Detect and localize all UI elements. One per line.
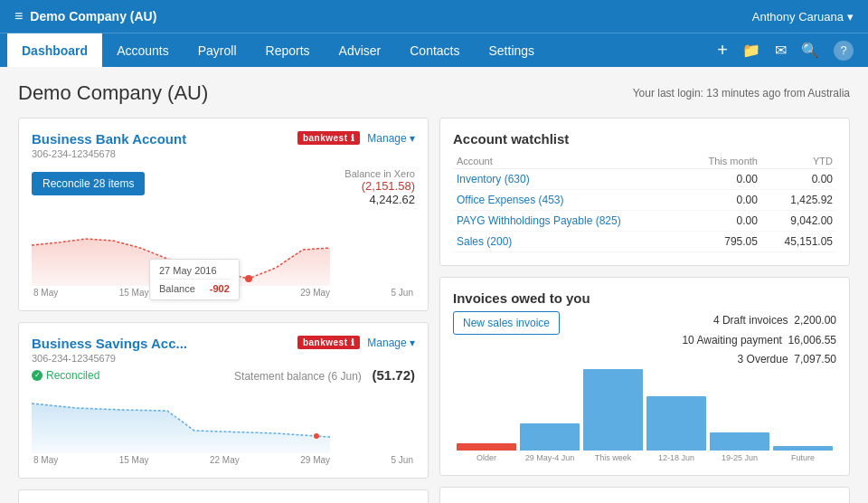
savings-bankwest-badge: bankwest ℹ	[297, 336, 360, 349]
nav-bar: Dashboard Accounts Payroll Reports Advis…	[0, 33, 868, 67]
bar	[773, 446, 833, 451]
tooltip-date: 27 May 2016	[159, 265, 230, 280]
app-title: Demo Company (AU)	[30, 9, 156, 24]
nav-item-adviser[interactable]: Adviser	[325, 33, 396, 67]
bar-group: 19-25 Jun	[710, 432, 769, 462]
watchlist-table: Account This month YTD Inventory (630) 0…	[453, 154, 836, 252]
savings-card-header: Business Savings Acc... 306-234-12345679…	[32, 336, 415, 364]
watchlist-account[interactable]: Office Expenses (453)	[453, 190, 685, 211]
tooltip-value: -902	[210, 283, 230, 294]
bar	[583, 369, 643, 451]
bank-account-number: 306-234-12345678	[32, 148, 186, 159]
bar-group: Future	[773, 446, 833, 462]
bank-card-title-area: Business Bank Account 306-234-12345678	[32, 131, 186, 159]
chart-label-2: 15 May	[119, 288, 149, 298]
manage-link[interactable]: Manage ▾	[367, 132, 415, 145]
savings-title: Business Savings Acc...	[32, 336, 187, 351]
savings-label-5: 5 Jun	[392, 455, 413, 465]
total-cash-card: Total cash in and out	[18, 489, 429, 503]
watchlist-account[interactable]: PAYG Withholdings Payable (825)	[453, 211, 685, 232]
statement-label: Statement balance (6 Jun)	[234, 370, 362, 383]
overdue-label: 3 Overdue	[738, 353, 788, 365]
awaiting-amount: 16,006.55	[788, 334, 836, 346]
help-icon[interactable]: ?	[834, 41, 854, 61]
balance-area: Balance in Xero (2,151.58) 4,242.62	[344, 165, 415, 206]
bank-card-header-right: bankwest ℹ Manage ▾	[297, 131, 415, 145]
nav-item-accounts[interactable]: Accounts	[102, 33, 184, 67]
nav-item-dashboard[interactable]: Dashboard	[7, 33, 102, 67]
svg-point-1	[245, 275, 252, 282]
watchlist-account[interactable]: Inventory (630)	[453, 169, 685, 190]
chart-tooltip: 27 May 2016 Balance -902	[149, 259, 240, 300]
statement-amount: (51.72)	[372, 367, 415, 383]
search-icon[interactable]: 🔍	[801, 42, 819, 59]
watchlist-row: Sales (200) 795.05 45,151.05	[453, 232, 836, 252]
watchlist-row: Office Expenses (453) 0.00 1,425.92	[453, 190, 836, 211]
new-invoice-button[interactable]: New sales invoice	[453, 311, 560, 335]
bar	[646, 396, 706, 451]
watchlist-card: Account watchlist Account This month YTD…	[439, 118, 850, 266]
business-bank-card: Business Bank Account 306-234-12345678 b…	[18, 118, 429, 311]
savings-manage-link[interactable]: Manage ▾	[367, 337, 415, 349]
tooltip-row: Balance -902	[159, 283, 230, 294]
reconcile-button[interactable]: Reconcile 28 items	[32, 172, 145, 195]
nav-item-contacts[interactable]: Contacts	[395, 33, 474, 67]
menu-icon[interactable]: ≡	[14, 8, 23, 24]
right-column: Account watchlist Account This month YTD…	[439, 118, 850, 503]
chart-label-4: 29 May	[300, 288, 330, 298]
tooltip-label: Balance	[159, 283, 195, 294]
chart-label-1: 8 May	[33, 288, 58, 298]
nav-left: Dashboard Accounts Payroll Reports Advis…	[7, 33, 549, 67]
balance-amount-2: 4,242.62	[344, 193, 415, 206]
user-name: Anthony Caruana	[752, 10, 844, 24]
draft-amount: 2,200.00	[794, 314, 836, 327]
nav-item-settings[interactable]: Settings	[474, 33, 549, 67]
bar-group: 29 May-4 Jun	[520, 423, 580, 462]
bank-card-title: Business Bank Account	[32, 131, 186, 147]
watchlist-col-account: Account	[453, 154, 685, 169]
watchlist-ytd: 0.00	[761, 169, 836, 190]
bank-chart-area: 27 May 2016 Balance -902	[32, 214, 415, 286]
awaiting-label: 10 Awaiting payment	[682, 334, 782, 346]
bar-label: This week	[595, 453, 632, 462]
watchlist-ytd: 45,151.05	[761, 232, 836, 252]
bar-label: Future	[791, 453, 815, 462]
user-dropdown-arrow[interactable]: ▾	[847, 10, 854, 24]
watchlist-row: Inventory (630) 0.00 0.00	[453, 169, 836, 190]
savings-balance-area: Statement balance (6 Jun) (51.72)	[234, 367, 415, 383]
invoices-card: Invoices owed to you New sales invoice 4…	[439, 277, 850, 476]
invoices-title: Invoices owed to you	[453, 290, 836, 306]
savings-chart-area	[32, 390, 415, 453]
watchlist-row: PAYG Withholdings Payable (825) 0.00 9,0…	[453, 211, 836, 232]
savings-header-right: bankwest ℹ Manage ▾	[297, 336, 415, 349]
savings-label-3: 22 May	[210, 455, 240, 465]
overdue-amount: 7,097.50	[794, 353, 836, 365]
watchlist-ytd: 1,425.92	[761, 190, 836, 211]
reconciled-label: Reconciled	[46, 369, 99, 382]
savings-title-area: Business Savings Acc... 306-234-12345679	[32, 336, 187, 364]
savings-chart-labels: 8 May 15 May 22 May 29 May 5 Jun	[32, 455, 415, 465]
bar	[710, 432, 769, 451]
reconciled-badge: ✓ Reconciled	[32, 369, 99, 382]
bills-card: Bills you need to pay New bill 1 Draft b…	[439, 487, 850, 503]
mail-icon[interactable]: ✉	[775, 42, 787, 59]
business-savings-card: Business Savings Acc... 306-234-12345679…	[18, 322, 429, 479]
add-icon[interactable]: +	[717, 40, 728, 61]
bar	[520, 423, 580, 451]
svg-point-3	[314, 433, 319, 439]
nav-item-reports[interactable]: Reports	[251, 33, 325, 67]
bar-label: 19-25 Jun	[722, 453, 758, 462]
page-title: Demo Company (AU)	[18, 81, 208, 105]
top-bar: ≡ Demo Company (AU) Anthony Caruana ▾	[0, 0, 868, 33]
bankwest-badge: bankwest ℹ	[297, 131, 360, 145]
overdue-invoices-row: 3 Overdue 7,097.50	[682, 350, 836, 370]
watchlist-this-month: 795.05	[685, 232, 761, 252]
nav-item-payroll[interactable]: Payroll	[184, 33, 251, 67]
watchlist-account[interactable]: Sales (200)	[453, 232, 685, 252]
watchlist-this-month: 0.00	[685, 190, 761, 211]
balance-in-xero-label: Balance in Xero	[344, 168, 415, 179]
watchlist-this-month: 0.00	[685, 169, 761, 190]
savings-label-1: 8 May	[33, 455, 58, 465]
folder-icon[interactable]: 📁	[742, 42, 760, 59]
user-menu[interactable]: Anthony Caruana ▾	[752, 10, 854, 24]
